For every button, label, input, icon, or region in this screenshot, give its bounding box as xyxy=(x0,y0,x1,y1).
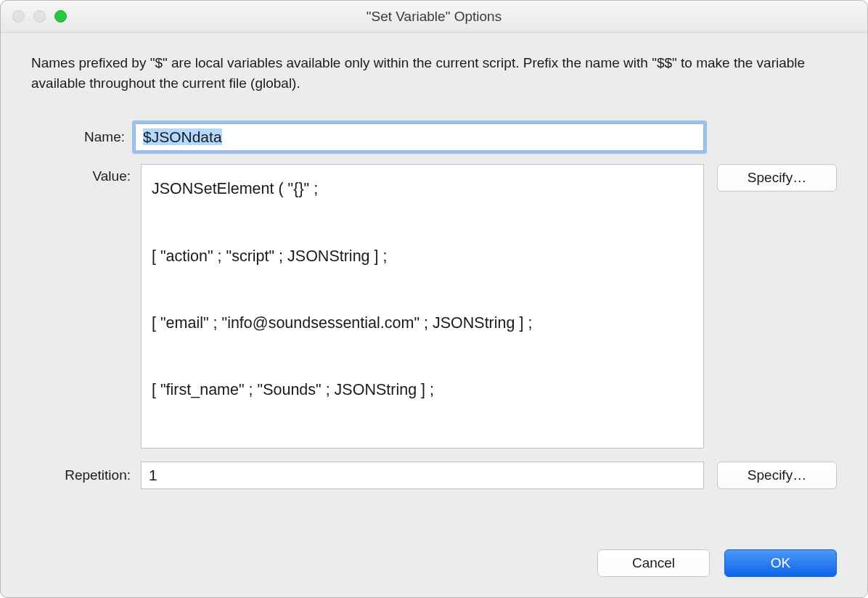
repetition-row: Repetition: Specify… xyxy=(31,462,837,489)
close-icon[interactable] xyxy=(12,10,25,22)
repetition-label: Repetition: xyxy=(31,467,141,483)
ok-button[interactable]: OK xyxy=(724,549,837,577)
dialog-content: Names prefixed by "$" are local variable… xyxy=(1,33,867,532)
value-display[interactable]: JSONSetElement ( "{}" ; [ "action" ; "sc… xyxy=(141,164,704,448)
zoom-icon[interactable] xyxy=(54,10,67,22)
name-input[interactable]: $JSONdata xyxy=(135,123,704,151)
name-label: Name: xyxy=(31,129,135,145)
value-row: Value: JSONSetElement ( "{}" ; [ "action… xyxy=(31,164,837,448)
help-text: Names prefixed by "$" are local variable… xyxy=(31,53,837,93)
titlebar: "Set Variable" Options xyxy=(1,1,867,33)
minimize-icon[interactable] xyxy=(33,10,46,22)
name-row: Name: $JSONdata xyxy=(31,123,837,151)
cancel-button[interactable]: Cancel xyxy=(597,549,710,577)
window-title: "Set Variable" Options xyxy=(1,9,867,25)
dialog-window: "Set Variable" Options Names prefixed by… xyxy=(0,0,868,598)
specify-value-button[interactable]: Specify… xyxy=(717,164,837,192)
dialog-footer: Cancel OK xyxy=(1,532,867,597)
value-label: Value: xyxy=(31,164,141,184)
specify-repetition-button[interactable]: Specify… xyxy=(717,462,837,489)
traffic-lights xyxy=(12,10,67,22)
repetition-input[interactable] xyxy=(141,462,704,489)
